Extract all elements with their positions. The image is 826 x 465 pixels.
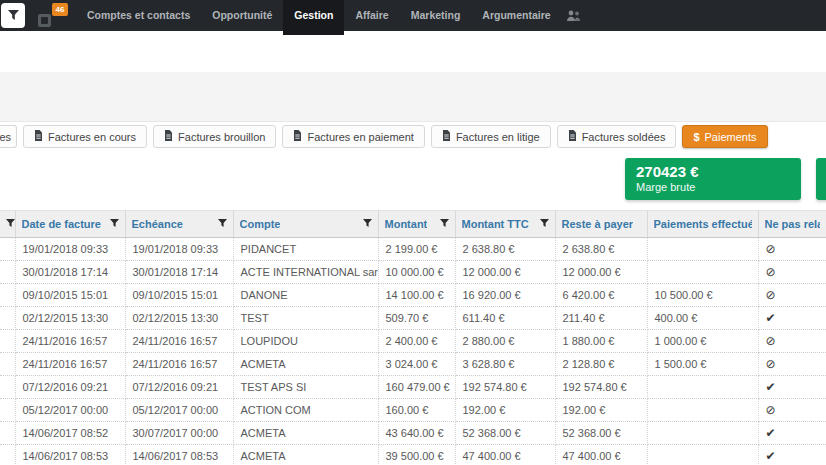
summary-card-marge-brute[interactable]: 270423 € Marge brute	[625, 158, 801, 200]
cell-date[interactable]: 19/01/2018 09:33	[15, 238, 125, 261]
no-relance-icon[interactable]: ⊘	[766, 403, 776, 417]
cell-reste[interactable]: 2 638.80 €	[555, 238, 647, 261]
funnel-icon[interactable]	[6, 218, 15, 230]
no-relance-icon[interactable]: ⊘	[766, 265, 776, 279]
column-header-ne-pas-relancer[interactable]: Ne pas relan	[758, 211, 826, 238]
tab-factures-en-paiement[interactable]: Factures en paiement	[282, 125, 424, 148]
cell-paiements[interactable]	[647, 422, 758, 445]
tab-factures-en-cours[interactable]: Factures en cours	[23, 125, 147, 148]
relance-check-icon[interactable]: ✔	[766, 449, 776, 463]
cell-compte[interactable]: ACMETA	[233, 422, 378, 445]
cell-paiements[interactable]: 10 500.00 €	[647, 284, 758, 307]
menu-item-gestion[interactable]: Gestion	[283, 0, 344, 35]
cell-date[interactable]: 30/01/2018 17:14	[15, 261, 125, 284]
table-row[interactable]: 14/06/2017 08:52 30/07/2017 00:00 ACMETA…	[0, 422, 826, 445]
cell-compte[interactable]: TEST APS SI	[233, 376, 378, 399]
cell-echeance[interactable]: 14/06/2017 08:53	[125, 445, 233, 465]
cell-echeance[interactable]: 02/12/2015 13:30	[125, 307, 233, 330]
column-header-echeance[interactable]: Echéance	[125, 211, 233, 238]
cell-reste[interactable]: 52 368.00 €	[555, 422, 647, 445]
cell-date[interactable]: 14/06/2017 08:53	[15, 445, 125, 465]
column-header-montant[interactable]: Montant	[378, 211, 455, 238]
cell-montant[interactable]: 14 100.00 €	[378, 284, 455, 307]
tab-factures-en-litige[interactable]: Factures en litige	[431, 125, 551, 148]
cell-reste[interactable]: 192.00 €	[555, 399, 647, 422]
cell-echeance[interactable]: 30/07/2017 00:00	[125, 422, 233, 445]
cell-compte[interactable]: ACTE INTERNATIONAL sarl	[233, 261, 378, 284]
cell-echeance[interactable]: 19/01/2018 09:33	[125, 238, 233, 261]
cell-montant[interactable]: 10 000.00 €	[378, 261, 455, 284]
table-row[interactable]: 07/12/2016 09:21 07/12/2016 09:21 TEST A…	[0, 376, 826, 399]
cell-compte[interactable]: ACTION COM	[233, 399, 378, 422]
cell-montant-ttc[interactable]: 2 880.00 €	[455, 330, 555, 353]
menu-item-affaire[interactable]: Affaire	[344, 0, 399, 31]
cell-reste[interactable]: 6 420.00 €	[555, 284, 647, 307]
tab-factures-soldees[interactable]: Factures soldées	[557, 125, 677, 148]
relance-check-icon[interactable]: ✔	[766, 426, 776, 440]
cell-montant-ttc[interactable]: 192.00 €	[455, 399, 555, 422]
cell-montant-ttc[interactable]: 2 638.80 €	[455, 238, 555, 261]
cell-echeance[interactable]: 24/11/2016 16:57	[125, 353, 233, 376]
cell-montant[interactable]: 2 400.00 €	[378, 330, 455, 353]
cell-montant-ttc[interactable]: 611.40 €	[455, 307, 555, 330]
no-relance-icon[interactable]: ⊘	[766, 357, 776, 371]
filter-button[interactable]	[1, 3, 25, 28]
cell-montant[interactable]: 509.70 €	[378, 307, 455, 330]
cell-echeance[interactable]: 30/01/2018 17:14	[125, 261, 233, 284]
cell-reste[interactable]: 2 128.80 €	[555, 353, 647, 376]
cell-date[interactable]: 05/12/2017 00:00	[15, 399, 125, 422]
cell-paiements[interactable]	[647, 261, 758, 284]
tab-partial-cut[interactable]: es	[0, 125, 17, 148]
table-row[interactable]: 19/01/2018 09:33 19/01/2018 09:33 PIDANC…	[0, 238, 826, 261]
funnel-icon[interactable]	[440, 218, 449, 230]
cell-reste[interactable]: 1 880.00 €	[555, 330, 647, 353]
table-row[interactable]: 30/01/2018 17:14 30/01/2018 17:14 ACTE I…	[0, 261, 826, 284]
column-header-reste[interactable]: Reste à payer	[555, 211, 647, 238]
cell-date[interactable]: 02/12/2015 13:30	[15, 307, 125, 330]
funnel-icon[interactable]	[540, 218, 549, 230]
column-header-cut[interactable]	[0, 211, 15, 238]
no-relance-icon[interactable]: ⊘	[766, 242, 776, 256]
funnel-icon[interactable]	[363, 218, 372, 230]
cell-montant[interactable]: 39 500.00 €	[378, 445, 455, 465]
column-header-date[interactable]: Date de facture	[15, 211, 125, 238]
cell-montant[interactable]: 160 479.00 €	[378, 376, 455, 399]
cell-montant-ttc[interactable]: 16 920.00 €	[455, 284, 555, 307]
cell-date[interactable]: 07/12/2016 09:21	[15, 376, 125, 399]
cell-montant-ttc[interactable]: 192 574.80 €	[455, 376, 555, 399]
cell-montant[interactable]: 3 024.00 €	[378, 353, 455, 376]
menu-item-marketing[interactable]: Marketing	[400, 0, 472, 31]
cell-echeance[interactable]: 07/12/2016 09:21	[125, 376, 233, 399]
cell-montant-ttc[interactable]: 47 400.00 €	[455, 445, 555, 465]
cell-paiements[interactable]	[647, 445, 758, 465]
cell-paiements[interactable]	[647, 376, 758, 399]
cell-montant-ttc[interactable]: 52 368.00 €	[455, 422, 555, 445]
menu-item-argumentaire[interactable]: Argumentaire	[471, 0, 561, 31]
tab-factures-brouillon[interactable]: Factures brouillon	[153, 125, 276, 148]
cell-reste[interactable]: 192 574.80 €	[555, 376, 647, 399]
cell-reste[interactable]: 12 000.00 €	[555, 261, 647, 284]
cell-echeance[interactable]: 09/10/2015 15:01	[125, 284, 233, 307]
cell-montant-ttc[interactable]: 12 000.00 €	[455, 261, 555, 284]
cell-date[interactable]: 24/11/2016 16:57	[15, 330, 125, 353]
cell-montant[interactable]: 160.00 €	[378, 399, 455, 422]
cell-montant[interactable]: 43 640.00 €	[378, 422, 455, 445]
table-row[interactable]: 24/11/2016 16:57 24/11/2016 16:57 LOUPID…	[0, 330, 826, 353]
cell-paiements[interactable]: 400.00 €	[647, 307, 758, 330]
funnel-icon[interactable]	[218, 218, 227, 230]
cell-reste[interactable]: 47 400.00 €	[555, 445, 647, 465]
cell-echeance[interactable]: 24/11/2016 16:57	[125, 330, 233, 353]
column-header-paiements[interactable]: Paiements effectués	[647, 211, 758, 238]
cell-paiements[interactable]: 1 000.00 €	[647, 330, 758, 353]
summary-card-partial[interactable]	[816, 158, 826, 200]
relance-check-icon[interactable]: ✔	[766, 380, 776, 394]
table-row[interactable]: 14/06/2017 08:53 14/06/2017 08:53 ACMETA…	[0, 445, 826, 465]
column-header-montant-ttc[interactable]: Montant TTC	[455, 211, 555, 238]
cell-echeance[interactable]: 05/12/2017 00:00	[125, 399, 233, 422]
table-row[interactable]: 02/12/2015 13:30 02/12/2015 13:30 TEST 5…	[0, 307, 826, 330]
cell-compte[interactable]: PIDANCET	[233, 238, 378, 261]
cell-montant[interactable]: 2 199.00 €	[378, 238, 455, 261]
cell-date[interactable]: 24/11/2016 16:57	[15, 353, 125, 376]
menu-item-comptes-et-contacts[interactable]: Comptes et contacts	[76, 0, 201, 31]
no-relance-icon[interactable]: ⊘	[766, 288, 776, 302]
